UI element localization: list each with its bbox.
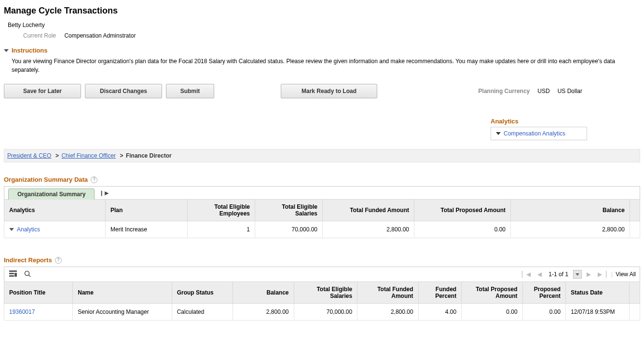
tab-organizational-summary[interactable]: Organizational Summary [8, 188, 95, 200]
table-row: Analytics Merit Increase 1 70,000.00 2,8… [4, 221, 640, 238]
analytics-heading-text: Analytics [491, 118, 519, 125]
breadcrumb-link-president-ceo[interactable]: President & CEO [7, 152, 51, 159]
col-proposed[interactable]: Total Proposed Amount [414, 200, 511, 221]
svg-rect-3 [14, 273, 17, 277]
compensation-analytics-dropdown[interactable]: Compensation Analytics [491, 127, 587, 140]
breadcrumb-current: Finance Director [126, 152, 172, 159]
org-summary-heading-text: Organization Summary Data [4, 176, 88, 183]
breadcrumb-separator: > [54, 152, 59, 159]
col-position[interactable]: Position Title [4, 282, 73, 304]
col-analytics[interactable]: Analytics [4, 200, 106, 221]
col-name[interactable]: Name [73, 282, 172, 304]
mark-ready-button[interactable]: Mark Ready to Load [281, 84, 377, 98]
page-title: Manage Cycle Transactions [4, 6, 640, 16]
instructions-header[interactable]: Instructions [4, 47, 640, 54]
user-name: Betty Locherty [8, 22, 640, 28]
cell-status: Calculated [172, 304, 233, 321]
svg-line-5 [29, 275, 31, 277]
analytics-row-link[interactable]: Analytics [9, 226, 100, 233]
analytics-heading: Analytics [491, 118, 587, 125]
cell-employees: 1 [188, 221, 255, 238]
help-icon[interactable]: ? [91, 176, 97, 183]
cell-salaries: 70,000.00 [255, 221, 323, 238]
indirect-reports-heading-text: Indirect Reports [4, 256, 52, 264]
cell-name: Senior Accounting Manager [73, 304, 172, 321]
col-tfa[interactable]: Total Funded Amount [357, 282, 418, 304]
submit-button[interactable]: Submit [166, 84, 214, 98]
cell-balance: 2,800.00 [511, 221, 630, 238]
chevron-down-icon [4, 49, 9, 52]
table-row: 19360017 Senior Accounting Manager Calcu… [4, 304, 640, 321]
indirect-reports-heading: Indirect Reports ? [4, 256, 640, 264]
show-more-tabs-icon[interactable]: ❙▶ [99, 190, 109, 196]
indirect-reports-table: Position Title Name Group Status Balance… [4, 282, 640, 321]
col-funded[interactable]: Total Funded Amount [323, 200, 414, 221]
analytics-row-link-text: Analytics [17, 226, 40, 233]
col-employees[interactable]: Total Eligible Employees [188, 200, 255, 221]
svg-point-4 [25, 271, 29, 275]
role-value: Compensation Adminstrator [64, 32, 136, 39]
cell-proposed: 0.00 [414, 221, 511, 238]
breadcrumb-link-cfo[interactable]: Chief Finance Officer [61, 152, 116, 159]
prev-page-icon[interactable]: ◀ [535, 271, 544, 278]
svg-rect-0 [9, 270, 17, 272]
col-tpa[interactable]: Total Proposed Amount [462, 282, 522, 304]
pager: ▏◀ ◀ 1-1 of 1 ▶ ▶▕ | View All [520, 270, 636, 279]
org-summary-heading: Organization Summary Data ? [4, 176, 640, 183]
grid-settings-icon[interactable] [8, 270, 18, 279]
cell-ppct: 0.00 [522, 304, 566, 321]
first-page-icon[interactable]: ▏◀ [520, 271, 533, 278]
breadcrumb: President & CEO > Chief Finance Officer … [4, 149, 640, 162]
instructions-text: You are viewing Finance Director organiz… [12, 57, 629, 74]
last-page-icon[interactable]: ▶▕ [596, 271, 608, 278]
svg-rect-2 [9, 275, 14, 277]
role-label: Current Role [23, 32, 56, 39]
page-range-dropdown[interactable] [573, 270, 582, 279]
discard-changes-button[interactable]: Discard Changes [85, 84, 162, 98]
chevron-down-icon [9, 228, 14, 231]
cell-proposed: 0.00 [462, 304, 522, 321]
cell-balance: 2,800.00 [233, 304, 294, 321]
page-range: 1-1 of 1 [547, 270, 570, 279]
next-page-icon[interactable]: ▶ [585, 271, 593, 278]
cell-funded: 2,800.00 [323, 221, 414, 238]
col-balance[interactable]: Balance [233, 282, 294, 304]
svg-rect-1 [9, 273, 14, 274]
col-fpct[interactable]: Funded Percent [418, 282, 462, 304]
currency-name: US Dollar [558, 88, 582, 94]
cell-funded: 2,800.00 [357, 304, 418, 321]
position-link[interactable]: 19360017 [9, 309, 35, 315]
search-icon[interactable] [23, 270, 32, 279]
breadcrumb-separator: > [118, 152, 123, 159]
instructions-heading-text: Instructions [12, 47, 47, 54]
col-status-date[interactable]: Status Date [566, 282, 630, 304]
col-spacer [629, 282, 640, 304]
col-balance[interactable]: Balance [511, 200, 630, 221]
cell-plan: Merit Increase [106, 221, 188, 238]
col-spacer [630, 200, 640, 221]
org-summary-table: Analytics Plan Total Eligible Employees … [4, 199, 640, 238]
planning-currency-label: Planning Currency [479, 88, 530, 94]
help-icon[interactable]: ? [55, 257, 62, 264]
chevron-down-icon [496, 132, 501, 135]
save-for-later-button[interactable]: Save for Later [4, 84, 81, 98]
currency-code: USD [537, 88, 549, 94]
col-salaries[interactable]: Total Eligible Salaries [255, 200, 323, 221]
grid-toolbar: ▏◀ ◀ 1-1 of 1 ▶ ▶▕ | View All [4, 267, 640, 282]
cell-salaries: 70,000.00 [294, 304, 357, 321]
cell-status-date: 12/07/18 9:53PM [566, 304, 630, 321]
col-plan[interactable]: Plan [106, 200, 188, 221]
compensation-analytics-link-text: Compensation Analytics [504, 130, 565, 137]
col-ppct[interactable]: Proposed Percent [522, 282, 566, 304]
view-all-link[interactable]: View All [616, 271, 636, 278]
col-tes[interactable]: Total Eligible Salaries [294, 282, 357, 304]
cell-fpct: 4.00 [418, 304, 462, 321]
col-group-status[interactable]: Group Status [172, 282, 233, 304]
